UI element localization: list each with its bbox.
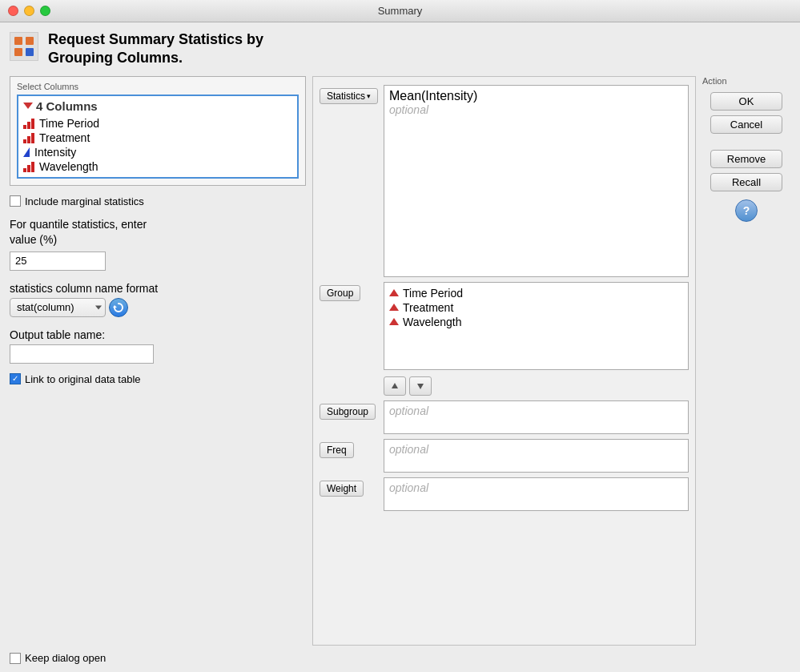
format-label: statistics column name format	[10, 282, 306, 295]
freq-placeholder: optional	[389, 443, 428, 456]
format-select: stat(column)	[10, 298, 306, 317]
svg-rect-0	[14, 37, 22, 45]
bar-chart-icon	[23, 132, 34, 143]
list-item[interactable]: Intensity	[23, 145, 292, 159]
freq-label-area: Freq	[320, 439, 384, 473]
bar-chart-icon	[23, 161, 34, 172]
group-items-list: Time Period Treatment Wavelength	[389, 286, 683, 329]
list-item: Wavelength	[389, 315, 683, 329]
collapse-icon	[23, 103, 33, 109]
format-dropdown[interactable]: stat(column)	[10, 298, 106, 317]
include-marginal-row[interactable]: Include marginal statistics	[10, 195, 306, 207]
page-title: Request Summary Statistics byGrouping Co…	[48, 30, 263, 68]
keep-dialog-checkbox[interactable]	[10, 653, 21, 664]
stats-icon	[13, 35, 35, 58]
sort-buttons	[384, 376, 689, 396]
freq-row: Freq optional	[320, 439, 689, 473]
weight-input-area[interactable]: optional	[384, 477, 689, 511]
sort-up-button[interactable]	[384, 376, 406, 396]
close-button[interactable]	[8, 6, 18, 16]
quantile-section: For quantile statistics, entervalue (%)	[10, 217, 306, 271]
output-name-input[interactable]	[10, 344, 154, 364]
select-columns-label: Select Columns	[17, 82, 299, 91]
freq-input-area[interactable]: optional	[384, 439, 689, 473]
subgroup-placeholder: optional	[389, 404, 428, 417]
output-section: Output table name:	[10, 328, 306, 364]
keep-dialog-label: Keep dialog open	[25, 652, 106, 664]
subgroup-label-area: Subgroup	[320, 400, 384, 434]
left-panel: Select Columns 4 Columns Time Period	[10, 76, 306, 646]
statistics-button[interactable]: Statistics ▾	[320, 88, 378, 104]
cancel-button[interactable]: Cancel	[710, 115, 782, 134]
quantile-input[interactable]	[10, 251, 106, 271]
include-marginal-checkbox[interactable]	[10, 195, 21, 207]
svg-rect-2	[14, 48, 22, 56]
svg-marker-4	[113, 305, 117, 308]
header-icon	[10, 32, 38, 61]
weight-label-area: Weight	[320, 477, 384, 511]
format-section: statistics column name format stat(colum…	[10, 282, 306, 317]
group-item-icon	[389, 318, 399, 325]
list-item[interactable]: Wavelength	[23, 159, 292, 174]
action-label: Action	[702, 76, 790, 86]
maximize-button[interactable]	[40, 6, 50, 16]
group-input-area[interactable]: Time Period Treatment Wavelength	[384, 282, 689, 370]
list-item: Treatment	[389, 300, 683, 315]
link-row[interactable]: Link to original data table	[10, 373, 306, 385]
list-item[interactable]: Treatment	[23, 131, 292, 145]
svg-marker-6	[417, 384, 424, 389]
titlebar: Summary	[0, 0, 800, 22]
weight-button[interactable]: Weight	[320, 481, 364, 497]
recall-button[interactable]: Recall	[710, 173, 782, 191]
statistics-value: Mean(Intensity)	[389, 89, 683, 103]
help-button[interactable]: ?	[735, 199, 758, 222]
select-columns-group: Select Columns 4 Columns Time Period	[10, 76, 306, 186]
ok-button[interactable]: OK	[710, 92, 782, 111]
svg-rect-1	[26, 37, 34, 45]
subgroup-row: Subgroup optional	[320, 400, 689, 434]
output-label: Output table name:	[10, 328, 306, 341]
right-panel: Action OK Cancel Remove Recall ?	[702, 76, 790, 646]
format-value: stat(column)	[17, 301, 74, 313]
body-layout: Select Columns 4 Columns Time Period	[10, 76, 790, 646]
triangle-icon	[23, 147, 30, 157]
statistics-placeholder: optional	[389, 103, 683, 116]
format-spin-button[interactable]	[109, 298, 128, 317]
subgroup-button[interactable]: Subgroup	[320, 404, 376, 420]
link-label: Link to original data table	[25, 373, 141, 385]
svg-marker-5	[392, 383, 398, 388]
sort-down-icon	[416, 381, 425, 391]
statistics-input-area[interactable]: Mean(Intensity) optional	[384, 85, 689, 277]
columns-container[interactable]: 4 Columns Time Period	[17, 95, 299, 179]
weight-placeholder: optional	[389, 481, 428, 494]
sort-down-button[interactable]	[409, 376, 432, 396]
group-row: Group Time Period Treatment	[320, 282, 689, 370]
subgroup-input-area[interactable]: optional	[384, 400, 689, 434]
dropdown-arrow-icon	[95, 305, 102, 309]
footer: Keep dialog open	[10, 652, 790, 664]
freq-button[interactable]: Freq	[320, 442, 354, 458]
middle-panel: Statistics ▾ Mean(Intensity) optional Gr…	[312, 76, 696, 646]
list-item[interactable]: Time Period	[23, 116, 292, 131]
group-item-icon	[389, 289, 399, 296]
sort-up-icon	[390, 381, 400, 391]
window-title: Summary	[378, 5, 423, 17]
weight-row: Weight optional	[320, 477, 689, 511]
quantile-label: For quantile statistics, entervalue (%)	[10, 217, 306, 248]
link-checkbox[interactable]	[10, 373, 21, 384]
header: Request Summary Statistics byGrouping Co…	[10, 30, 790, 68]
minimize-button[interactable]	[24, 6, 34, 16]
main-window: Request Summary Statistics byGrouping Co…	[0, 22, 800, 672]
group-item-icon	[389, 304, 399, 311]
statistics-label-area: Statistics ▾	[320, 85, 384, 277]
list-item: Time Period	[389, 286, 683, 300]
statistics-dropdown-icon: ▾	[367, 92, 371, 100]
group-label-area: Group	[320, 282, 384, 370]
spinner-icon	[113, 302, 124, 313]
statistics-row: Statistics ▾ Mean(Intensity) optional	[320, 85, 689, 277]
bar-chart-icon	[23, 118, 34, 129]
group-button[interactable]: Group	[320, 285, 360, 301]
columns-header: 4 Columns	[23, 99, 292, 113]
window-controls	[8, 6, 50, 16]
remove-button[interactable]: Remove	[710, 150, 782, 168]
